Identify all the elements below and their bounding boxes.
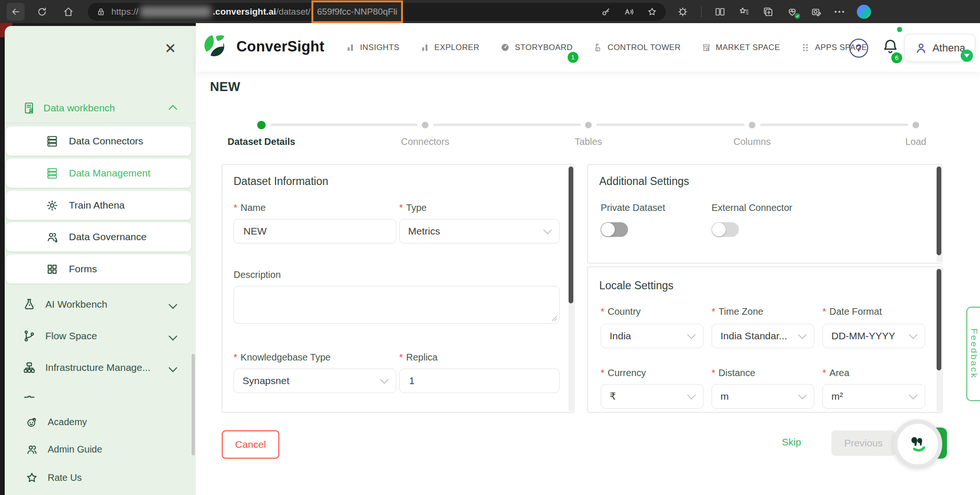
cancel-button[interactable]: Cancel: [222, 430, 279, 459]
web-capture-icon[interactable]: [811, 6, 822, 17]
extensions-icon[interactable]: [677, 6, 688, 17]
nav-item-label: EXPLORER: [435, 43, 480, 52]
browser-essentials[interactable]: [787, 6, 798, 17]
sidebar-item-label: Admin Guide: [48, 444, 102, 455]
sidebar-scrollbar[interactable]: [192, 354, 195, 455]
conversight-logo-icon: [201, 33, 229, 60]
step-dot-connectors[interactable]: [422, 122, 428, 128]
area-select[interactable]: m²: [822, 384, 925, 409]
browser-refresh-button[interactable]: [33, 3, 51, 21]
name-input[interactable]: [234, 219, 396, 243]
step-dot-dataset-details[interactable]: [257, 121, 266, 129]
branch-icon: [23, 329, 36, 343]
sidebar-item-forms[interactable]: Forms: [6, 254, 191, 284]
distance-select[interactable]: m: [712, 384, 814, 409]
sidebar-item-rate-us[interactable]: Rate Us: [5, 467, 196, 488]
panel-scrollbar[interactable]: [937, 268, 941, 411]
sidebar-item-clipped[interactable]: [5, 388, 196, 401]
browser-settings-more-icon[interactable]: [835, 11, 844, 13]
split-screen-icon[interactable]: [714, 6, 726, 17]
private-dataset-toggle[interactable]: [601, 222, 628, 237]
sidebar-item-academy[interactable]: Academy: [5, 411, 196, 433]
sidebar-item-label: AI Workbench: [45, 299, 108, 310]
chevron-down-icon: [798, 330, 806, 339]
time-zone-select[interactable]: India Standar...: [712, 324, 814, 348]
copilot-icon[interactable]: [857, 5, 871, 19]
type-select[interactable]: Metrics: [399, 219, 560, 243]
scrollbar-thumb[interactable]: [937, 167, 941, 255]
step-dot-load[interactable]: [913, 122, 919, 128]
sidebar-item-ai-workbench[interactable]: AI Workbench: [5, 294, 196, 315]
nav-item-control-tower[interactable]: CONTROL TOWER: [594, 43, 681, 52]
collections-icon[interactable]: [762, 6, 774, 17]
description-label: Description: [234, 269, 281, 280]
nav-item-explorer[interactable]: EXPLORER: [420, 43, 480, 52]
lock-icon: [96, 7, 106, 17]
currency-select[interactable]: ₹: [601, 384, 704, 409]
nav-item-insights[interactable]: INSIGHTS: [346, 43, 400, 52]
chevron-down-icon: [798, 391, 806, 399]
athena-chat-widget[interactable]: [893, 419, 942, 469]
browser-back-button[interactable]: [7, 3, 25, 21]
name-input-field[interactable]: [243, 225, 387, 237]
apps-dots-icon: [801, 43, 810, 52]
step-label-load: Load: [864, 136, 968, 147]
description-textarea[interactable]: [234, 286, 559, 323]
sidebar-item-flow-space[interactable]: Flow Space: [5, 325, 196, 347]
brand[interactable]: ConverSight: [201, 33, 325, 60]
sidebar-item-data-governance[interactable]: Data Governance: [6, 222, 191, 252]
sidebar-item-data-workbench[interactable]: Data workbench: [5, 96, 196, 120]
replica-input[interactable]: [399, 369, 560, 393]
sidebar-item-infrastructure-management[interactable]: Infrastructure Manage...: [5, 357, 196, 378]
external-connector-toggle[interactable]: [712, 222, 739, 237]
panel-scrollbar[interactable]: [569, 166, 573, 411]
password-key-icon[interactable]: [601, 7, 611, 17]
sidebar-item-label: Forms: [69, 263, 97, 275]
additional-settings-panel: Additional Settings Private Dataset Exte…: [587, 164, 942, 263]
page-title: NEW: [210, 80, 241, 94]
resize-handle-icon[interactable]: [552, 316, 557, 321]
date-format-select[interactable]: DD-MM-YYYY: [822, 324, 925, 348]
replica-input-field[interactable]: [408, 375, 551, 387]
tower-icon: [594, 43, 603, 52]
step-dot-tables[interactable]: [585, 122, 592, 128]
read-aloud-icon[interactable]: [623, 6, 635, 17]
time-zone-value: India Standar...: [720, 330, 787, 342]
feedback-tab[interactable]: Feedback: [966, 307, 980, 401]
previous-button[interactable]: Previous: [831, 430, 896, 456]
server-stack-icon: [46, 135, 59, 148]
browser-home-button[interactable]: [59, 3, 77, 21]
nav-item-market-space[interactable]: MARKET SPACE: [702, 43, 780, 52]
skip-link[interactable]: Skip: [782, 436, 801, 448]
sidebar-close-button[interactable]: ✕: [161, 39, 180, 58]
favorite-star-icon[interactable]: [647, 7, 657, 17]
chevron-down-icon: [909, 330, 917, 339]
gear-icon: [46, 199, 59, 212]
chevron-down-icon: [168, 363, 177, 372]
step-label-tables: Tables: [536, 136, 640, 147]
step-connector-line: [433, 124, 581, 126]
panel-scrollbar[interactable]: [937, 166, 941, 262]
step-dot-columns[interactable]: [749, 122, 755, 128]
help-button[interactable]: ?: [849, 39, 868, 58]
knowledgebase-type-select[interactable]: Synapsnet: [234, 369, 396, 393]
sidebar-item-admin-guide[interactable]: Admin Guide: [5, 438, 196, 460]
nav-item-label: STORYBOARD: [515, 43, 572, 52]
sidebar-item-data-management[interactable]: Data Management: [6, 159, 191, 188]
chevron-up-icon: [168, 105, 177, 113]
scrollbar-thumb[interactable]: [937, 269, 941, 370]
scrollbar-thumb[interactable]: [569, 167, 573, 303]
nav-item-storyboard[interactable]: STORYBOARD 1: [500, 42, 572, 52]
url-path: /dataset/: [276, 7, 310, 17]
address-bar[interactable]: https:// .conversight.ai /dataset/ 659f9…: [88, 3, 666, 21]
country-select[interactable]: India: [601, 324, 704, 348]
sidebar-item-train-athena[interactable]: Train Athena: [6, 191, 191, 220]
knowledgebase-type-value: Synapsnet: [243, 375, 289, 386]
type-label: *Type: [399, 202, 427, 213]
distance-value: m: [720, 391, 729, 402]
user-menu-chevron-icon[interactable]: [961, 50, 973, 62]
favorites-hub-icon[interactable]: [738, 6, 750, 17]
sidebar-item-data-connectors[interactable]: Data Connectors: [6, 126, 191, 156]
feedback-label: Feedback: [969, 328, 979, 379]
area-value: m²: [831, 391, 843, 402]
